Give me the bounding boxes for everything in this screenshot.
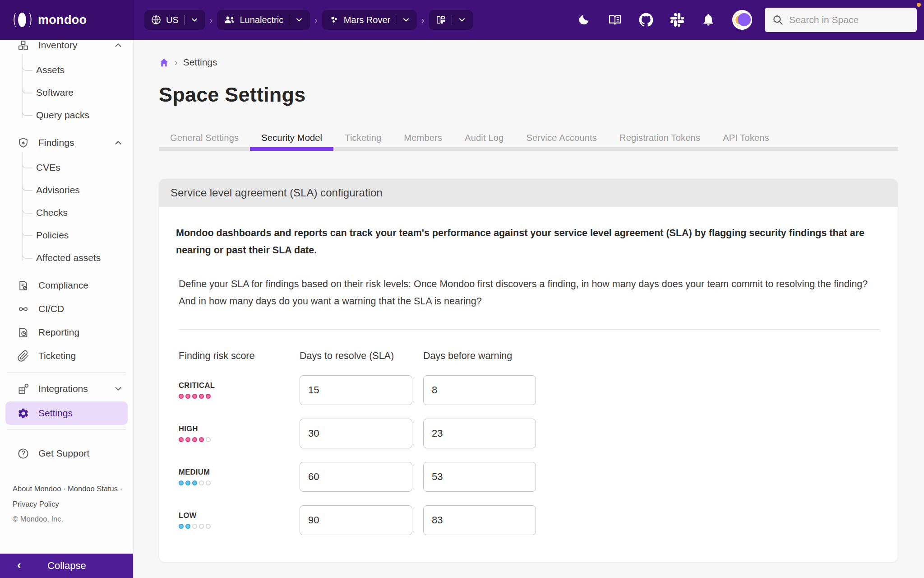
sidebar-item-label: Get Support [38, 448, 89, 459]
sidebar-nav: Inventory Assets Software Query packs [0, 40, 133, 465]
tab-api-tokens[interactable]: API Tokens [711, 125, 781, 151]
sidebar-item-get-support[interactable]: Get Support [0, 442, 133, 465]
breadcrumb: › Settings [159, 57, 898, 68]
sidebar-item-cves[interactable]: CVEs [0, 156, 133, 179]
sidebar-item-ticketing[interactable]: Ticketing [0, 344, 133, 368]
home-icon[interactable] [159, 57, 169, 68]
breadcrumb-separator: › [175, 57, 178, 68]
tab-general-settings[interactable]: General Settings [159, 125, 250, 151]
docs-book-icon[interactable] [608, 13, 622, 27]
search-icon [772, 14, 784, 26]
tab-security-model[interactable]: Security Model [250, 125, 333, 151]
sidebar-item-label: Checks [36, 207, 68, 218]
page-title: Space Settings [159, 83, 898, 107]
sidebar-item-label: Assets [36, 65, 65, 75]
sidebar-item-advisories[interactable]: Advisories [0, 179, 133, 201]
high-days-to-resolve-input[interactable] [300, 419, 412, 448]
tab-audit-log[interactable]: Audit Log [453, 125, 515, 151]
sla-row-low: LOW [179, 505, 880, 535]
column-header-resolve: Days to resolve (SLA) [300, 350, 423, 362]
footer-separator: · [63, 485, 66, 493]
github-icon[interactable] [639, 13, 653, 27]
sidebar-item-reporting[interactable]: Reporting [0, 321, 133, 344]
chevron-down-icon [113, 384, 123, 394]
header-actions [577, 10, 752, 30]
region-selector[interactable]: US [144, 10, 205, 30]
sidebar-item-cicd[interactable]: CI/CD [0, 297, 133, 321]
sidebar-item-label: Inventory [38, 40, 77, 51]
sidebar-item-label: Ticketing [38, 350, 76, 361]
sidebar-item-software[interactable]: Software [0, 81, 133, 104]
sidebar-item-checks[interactable]: Checks [0, 201, 133, 224]
slack-icon[interactable] [670, 13, 684, 27]
help-circle-icon [17, 447, 29, 460]
brand-logo[interactable]: mondoo [0, 0, 134, 40]
copyright-text: © Mondoo, Inc. [13, 515, 133, 523]
tab-service-accounts[interactable]: Service Accounts [515, 125, 608, 151]
card-body: Mondoo dashboards and reports can track … [159, 207, 898, 562]
low-days-before-warning-input[interactable] [423, 505, 536, 535]
sidebar-item-findings[interactable]: Findings [0, 131, 133, 154]
medium-days-to-resolve-input[interactable] [300, 462, 412, 492]
ticketing-paperclip-icon [17, 350, 29, 362]
sidebar-item-label: Affected assets [36, 252, 101, 263]
card-header: Service level agreement (SLA) configurat… [159, 179, 898, 207]
chevron-down-icon [190, 15, 199, 24]
low-days-to-resolve-input[interactable] [300, 505, 412, 535]
sidebar-item-policies[interactable]: Policies [0, 224, 133, 247]
sidebar-item-inventory[interactable]: Inventory [0, 40, 133, 57]
sidebar-item-label: Settings [38, 408, 73, 419]
breadcrumb-chevron-icon: › [208, 15, 215, 25]
tab-members[interactable]: Members [393, 125, 453, 151]
sidebar-item-compliance[interactable]: Compliance [0, 274, 133, 297]
tab-ticketing[interactable]: Ticketing [333, 125, 393, 151]
sidebar-item-label: Advisories [36, 185, 80, 196]
critical-days-before-warning-input[interactable] [423, 375, 536, 405]
sidebar-divider [7, 372, 126, 373]
notifications-bell-icon[interactable] [701, 13, 716, 27]
cicd-infinity-icon [17, 303, 29, 315]
mondoo-status-link[interactable]: Mondoo Status [68, 485, 118, 493]
high-days-before-warning-input[interactable] [423, 419, 536, 448]
organization-selector[interactable]: Lunalectric [217, 10, 310, 30]
inventory-children: Assets Software Query packs [0, 57, 133, 131]
sidebar-item-label: Policies [36, 230, 69, 241]
sidebar: Inventory Assets Software Query packs [0, 40, 134, 578]
sidebar-item-integrations[interactable]: Integrations [0, 377, 133, 401]
breadcrumb-chevron-icon: › [313, 15, 319, 25]
space-selector[interactable]: Mars Rover [322, 10, 417, 30]
settings-gear-icon [17, 407, 29, 420]
sidebar-item-settings[interactable]: Settings [5, 401, 128, 425]
sidebar-item-query-packs[interactable]: Query packs [0, 104, 133, 126]
workspace-selector[interactable] [429, 10, 473, 30]
divider [179, 329, 880, 330]
severity-cell: HIGH [179, 424, 300, 442]
user-avatar[interactable] [732, 10, 752, 30]
chevron-down-icon [457, 15, 467, 24]
about-mondoo-link[interactable]: About Mondoo [13, 485, 61, 493]
scope-selectors: US › Lunalectric [144, 10, 473, 30]
chip-divider [289, 15, 289, 25]
medium-days-before-warning-input[interactable] [423, 462, 536, 492]
findings-shield-bug-icon [17, 137, 29, 149]
sidebar-item-assets[interactable]: Assets [0, 59, 133, 81]
space-search [765, 8, 917, 32]
dark-mode-toggle[interactable] [577, 13, 591, 27]
privacy-policy-link[interactable]: Privacy Policy [13, 500, 59, 508]
sla-intro-text: Define your SLA for findings based on th… [176, 276, 880, 310]
chevron-up-icon [113, 40, 123, 50]
chip-divider [452, 15, 452, 25]
sidebar-divider [7, 429, 126, 430]
sidebar-item-label: Findings [38, 137, 74, 148]
search-input[interactable] [789, 14, 910, 25]
sla-row-high: HIGH [179, 419, 880, 448]
collapse-label: Collapse [47, 560, 86, 572]
tab-registration-tokens[interactable]: Registration Tokens [608, 125, 711, 151]
sidebar-item-affected-assets[interactable]: Affected assets [0, 247, 133, 269]
organization-icon [223, 15, 235, 25]
critical-days-to-resolve-input[interactable] [300, 375, 412, 405]
sidebar-footer: About Mondoo · Mondoo Status · Privacy P… [0, 465, 133, 531]
column-header-warning: Days before warning [423, 350, 880, 362]
sidebar-item-label: Compliance [38, 280, 88, 291]
collapse-sidebar-button[interactable]: ‹ Collapse [0, 554, 134, 578]
